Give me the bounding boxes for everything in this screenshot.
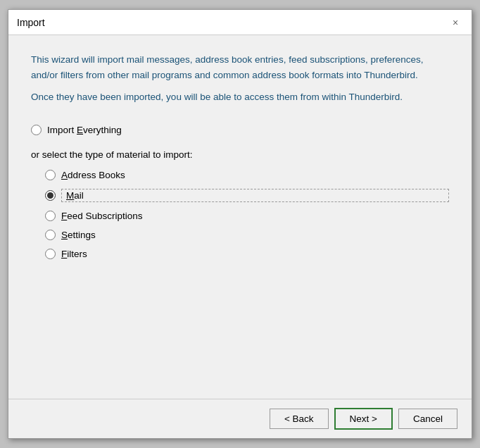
back-button[interactable]: < Back xyxy=(270,409,329,429)
address-books-option[interactable]: Address Books xyxy=(45,170,449,180)
settings-radio[interactable] xyxy=(45,230,56,240)
select-type-label: or select the type of material to import… xyxy=(31,149,449,160)
next-button[interactable]: Next > xyxy=(334,408,393,430)
mail-label: Mail xyxy=(66,190,84,201)
mail-label-box: Mail xyxy=(61,189,449,202)
import-everything-group: Import Everything xyxy=(31,125,449,135)
intro-paragraph1: This wizard will import mail messages, a… xyxy=(31,52,449,82)
address-books-label: Address Books xyxy=(61,170,125,180)
mail-option: Mail xyxy=(45,189,449,202)
import-dialog: Import × This wizard will import mail me… xyxy=(8,9,472,439)
cancel-button[interactable]: Cancel xyxy=(398,409,457,429)
import-everything-radio[interactable] xyxy=(31,125,42,135)
close-button[interactable]: × xyxy=(448,15,463,30)
address-books-radio[interactable] xyxy=(45,170,56,180)
feed-subscriptions-option[interactable]: Feed Subscriptions xyxy=(45,211,449,221)
dialog-title: Import xyxy=(17,17,45,28)
intro-paragraph2: Once they have been imported, you will b… xyxy=(31,89,449,105)
title-bar: Import × xyxy=(8,10,472,35)
dialog-footer: < Back Next > Cancel xyxy=(8,399,472,438)
settings-label: Settings xyxy=(61,230,96,240)
filters-option[interactable]: Filters xyxy=(45,249,449,259)
sub-options-group: Address Books Mail Feed Subscriptions Se… xyxy=(45,170,449,259)
filters-radio[interactable] xyxy=(45,249,56,259)
dialog-content: This wizard will import mail messages, a… xyxy=(8,35,472,399)
feed-subscriptions-label: Feed Subscriptions xyxy=(61,211,143,221)
import-everything-label: Import Everything xyxy=(47,125,122,135)
import-everything-option[interactable]: Import Everything xyxy=(31,125,449,135)
settings-option[interactable]: Settings xyxy=(45,230,449,240)
filters-label: Filters xyxy=(61,249,87,259)
mail-radio[interactable] xyxy=(45,190,56,201)
feed-subscriptions-radio[interactable] xyxy=(45,211,56,221)
